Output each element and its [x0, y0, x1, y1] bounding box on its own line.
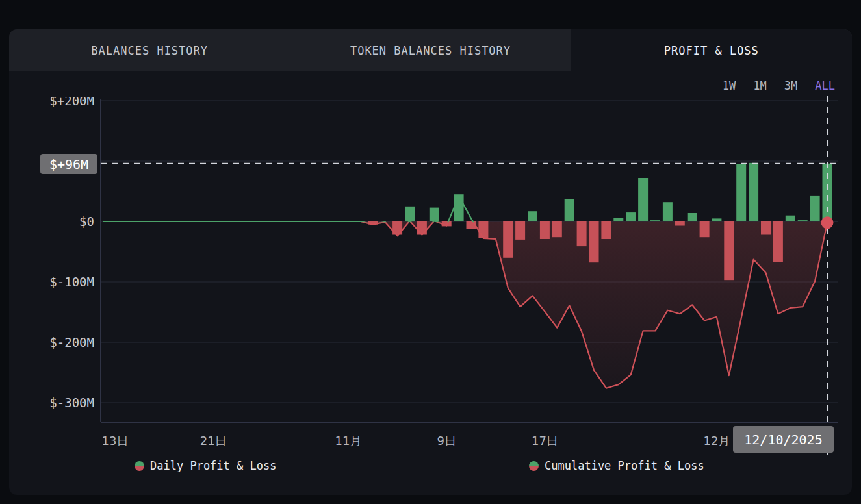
profit-loss-chart-canvas[interactable]	[9, 29, 852, 495]
x-axis-tick-label: 12月	[703, 433, 730, 449]
legend-cumulative-pnl-label: Cumulative Profit & Loss	[545, 459, 704, 472]
x-axis-tick-label: 11月	[335, 433, 362, 449]
legend-cumulative-pnl: Cumulative Profit & Loss	[529, 459, 704, 472]
x-axis-tick-label: 9日	[437, 433, 456, 449]
crosshair-value-badge: $+96M	[40, 154, 97, 174]
legend-daily-pnl-label: Daily Profit & Loss	[150, 459, 276, 472]
cumulative-pnl-legend-dot-icon	[529, 461, 539, 471]
x-axis-tick-label: 21日	[200, 433, 227, 449]
crosshair-date-badge: 12/10/2025	[733, 426, 834, 453]
profit-loss-panel: BALANCES HISTORY TOKEN BALANCES HISTORY …	[9, 29, 852, 495]
legend-daily-pnl: Daily Profit & Loss	[135, 459, 276, 472]
x-axis-tick-label: 13日	[102, 433, 129, 449]
x-axis-tick-label: 17日	[532, 433, 558, 449]
daily-pnl-legend-dot-icon	[135, 461, 144, 471]
